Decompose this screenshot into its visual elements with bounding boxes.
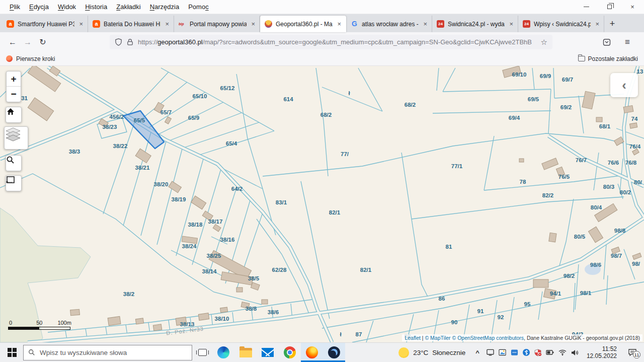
taskbar-chrome[interactable]: [279, 343, 301, 362]
new-tab-button[interactable]: +: [604, 16, 620, 32]
tab-close-button[interactable]: ×: [336, 20, 341, 28]
parcel-label: 38/3: [69, 149, 80, 155]
home-button[interactable]: [6, 107, 22, 123]
parcel-label: 82/1: [329, 209, 340, 215]
menu-historia[interactable]: Historia: [80, 3, 112, 11]
bluetooth-icon[interactable]: [523, 349, 530, 356]
zoom-in-button[interactable]: +: [7, 71, 21, 87]
parcel-label: 68/1: [599, 123, 610, 129]
search-button[interactable]: [6, 155, 22, 171]
menu-plik[interactable]: Plik: [5, 3, 25, 11]
leaflet-link[interactable]: Leaflet: [405, 335, 421, 341]
reload-button[interactable]: ↻: [35, 35, 50, 49]
menu-zakładki[interactable]: Zakładki: [112, 3, 145, 11]
notification-center-button[interactable]: 11: [622, 343, 643, 362]
tab-close-button[interactable]: ×: [594, 20, 599, 28]
minimize-button[interactable]: [575, 0, 598, 14]
shield-icon[interactable]: [115, 38, 122, 46]
tab-close-button[interactable]: ×: [422, 20, 427, 28]
taskbar-firefox[interactable]: [301, 343, 323, 362]
weather-widget[interactable]: 23°C Słonecznie: [392, 347, 471, 358]
tab-title: Wpisy ‹ Swidnica24.pl - w: [534, 21, 591, 28]
messaging-icon[interactable]: [511, 349, 518, 356]
parcel-label: 69/7: [562, 77, 573, 83]
parcel-label: 38/8: [246, 306, 257, 312]
date: 12.05.2022: [587, 352, 617, 359]
other-bookmarks[interactable]: Pozostałe zakładki: [578, 55, 638, 62]
tab[interactable]: 24Swidnica24.pl - wydarzen×: [432, 16, 518, 32]
navigation-toolbar: ← → ↻ https://geoportal360.pl/map/?src=a…: [0, 32, 644, 52]
tab[interactable]: Geoportal360.pl - Mapa I×: [260, 16, 346, 32]
url-text[interactable]: https://geoportal360.pl/map/?src=adwords…: [138, 38, 537, 46]
tab-close-button[interactable]: ×: [164, 20, 169, 28]
hamburger-menu-icon[interactable]: ≡: [620, 35, 635, 49]
parcel-label: 98/8: [614, 228, 625, 234]
menu-pomoc[interactable]: Pomoc: [184, 3, 213, 11]
maptiler-link[interactable]: © MapTiler: [425, 335, 452, 341]
parcel-label: 86: [439, 296, 445, 302]
menu-widok[interactable]: Widok: [53, 3, 80, 11]
menu-edycja[interactable]: Edycja: [25, 3, 53, 11]
tray-expand-chevron[interactable]: ^: [471, 349, 484, 356]
close-button[interactable]: ×: [621, 0, 644, 14]
battery-icon[interactable]: [546, 349, 554, 355]
parcel-label: 78: [520, 179, 526, 185]
back-button[interactable]: ←: [5, 35, 20, 49]
parcel-label: 69/5: [528, 96, 539, 102]
tab[interactable]: Gatlas wrocław adres - Szu×: [346, 16, 432, 32]
layers-button[interactable]: [4, 126, 28, 150]
lock-icon: [126, 38, 134, 46]
collapse-panel-button[interactable]: ‹: [610, 73, 638, 97]
time: 11:52: [587, 345, 617, 352]
taskbar-search-input[interactable]: Wpisz tu wyszukiwane słowa: [23, 345, 192, 360]
taskbar-mail[interactable]: [257, 343, 279, 362]
start-button[interactable]: [1, 343, 23, 362]
parcel-label: 76/8: [625, 160, 636, 166]
parcel-label: 98/6: [590, 262, 601, 268]
bookmarks-bar: Pierwsze kroki Pozostałe zakładki: [0, 52, 644, 66]
task-view-button[interactable]: [192, 343, 212, 362]
parcel-label: 87: [356, 331, 362, 337]
tab[interactable]: bipPortal mapowy powiatu ś×: [174, 16, 260, 32]
bookmark-star-icon[interactable]: ☆: [541, 38, 547, 47]
map-viewport[interactable]: /31456/265/565/765/965/1065/1238/2338/22…: [0, 66, 644, 342]
parcel-label: 38/23: [103, 124, 117, 130]
tab-close-button[interactable]: ×: [78, 20, 83, 28]
clock-widget[interactable]: 11:52 12.05.2022: [582, 345, 622, 359]
security-shield-icon[interactable]: [534, 349, 541, 356]
tab[interactable]: aBateria Do Huawei HB356×: [88, 16, 174, 32]
taskbar-explorer[interactable]: [234, 343, 257, 362]
scale-tick: 50: [36, 320, 42, 326]
restore-button[interactable]: [598, 0, 621, 14]
forward-button[interactable]: →: [20, 35, 35, 49]
address-bar[interactable]: https://geoportal360.pl/map/?src=adwords…: [110, 35, 552, 49]
osm-link[interactable]: © OpenStreetMap contributors: [452, 335, 524, 341]
taskbar-app[interactable]: [323, 343, 345, 362]
parcel-label: 38/19: [172, 196, 186, 202]
photos-icon[interactable]: [499, 349, 506, 356]
highlighted-parcel[interactable]: [123, 111, 164, 149]
pocket-icon[interactable]: [603, 38, 611, 46]
parcel-lines-layer: [0, 68, 644, 342]
tab-close-button[interactable]: ×: [508, 20, 513, 28]
cadastral-map-canvas: [0, 66, 644, 342]
zoom-out-button[interactable]: −: [7, 87, 21, 102]
tab[interactable]: aSmartfony Huawei P30 -×: [2, 16, 88, 32]
tab-close-button[interactable]: ×: [250, 20, 255, 28]
parcel-label: 65/10: [193, 93, 207, 99]
taskbar-edge[interactable]: [212, 343, 234, 362]
tab[interactable]: 24Wpisy ‹ Swidnica24.pl - w×: [518, 16, 604, 32]
layers-icon: [5, 127, 22, 142]
bookmark-first-steps[interactable]: Pierwsze kroki: [16, 55, 55, 62]
volume-icon[interactable]: [571, 349, 579, 356]
wifi-icon[interactable]: [558, 349, 567, 355]
parcel-label: 80/4: [591, 204, 602, 210]
parcel-label: 94/1: [550, 291, 561, 297]
parcel-label: 38/6: [268, 309, 279, 315]
notification-count-badge: 11: [633, 351, 640, 358]
menu-narzędzia[interactable]: Narzędzia: [145, 3, 184, 11]
parcel-label: 38/10: [215, 316, 229, 322]
cast-device-icon[interactable]: [487, 349, 494, 356]
measure-button[interactable]: [6, 175, 22, 191]
sun-icon: [398, 347, 409, 358]
